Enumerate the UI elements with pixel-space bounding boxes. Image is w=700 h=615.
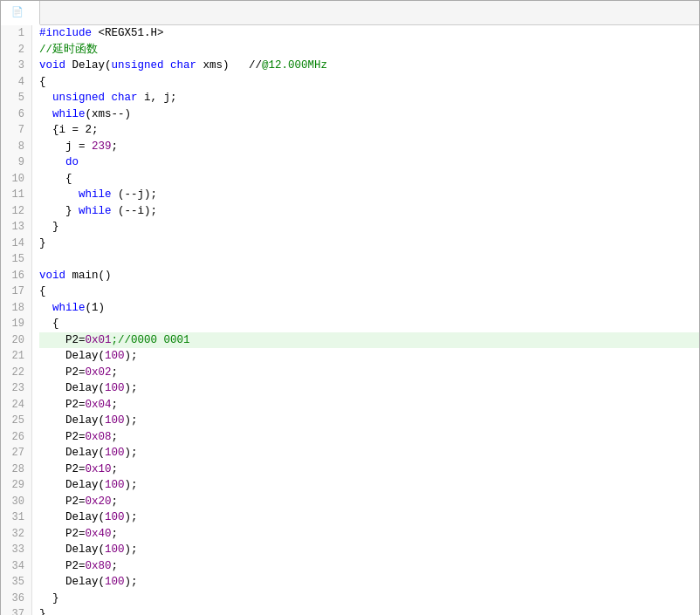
- code-line: P2=0x80;: [39, 558, 699, 575]
- line-number: 9: [8, 154, 24, 171]
- line-number: 21: [8, 348, 24, 365]
- line-number: 22: [8, 365, 24, 381]
- code-line: Delay(100);: [39, 574, 699, 591]
- code-content[interactable]: #include <REGX51.H>//延时函数void Delay(unsi…: [32, 25, 699, 615]
- line-number: 13: [8, 219, 24, 236]
- code-line: P2=0x01;//0000 0001: [39, 332, 699, 349]
- line-number: 27: [8, 445, 24, 461]
- line-number: 33: [8, 542, 24, 558]
- code-line: P2=0x08;: [39, 429, 699, 446]
- code-line: [39, 251, 699, 268]
- code-line: P2=0x04;: [39, 397, 699, 413]
- code-line: Delay(100);: [39, 477, 699, 494]
- code-line: Delay(100);: [39, 348, 699, 365]
- code-line: } while (--i);: [39, 203, 699, 220]
- line-number: 12: [8, 203, 24, 220]
- line-number: 7: [8, 122, 24, 139]
- code-line: {i = 2;: [39, 122, 699, 139]
- code-line: }: [39, 236, 699, 252]
- code-line: {: [39, 74, 699, 91]
- code-line: P2=0x40;: [39, 526, 699, 543]
- code-line: Delay(100);: [39, 542, 699, 558]
- line-number: 29: [8, 477, 24, 494]
- line-number: 5: [8, 90, 24, 106]
- line-number: 14: [8, 236, 24, 252]
- line-number: 24: [8, 397, 24, 413]
- line-number: 17: [8, 284, 24, 300]
- line-number: 19: [8, 316, 24, 332]
- code-line: }: [39, 219, 699, 236]
- code-line: #include <REGX51.H>: [39, 25, 699, 42]
- line-number: 36: [8, 591, 24, 607]
- line-number: 25: [8, 413, 24, 429]
- code-line: Delay(100);: [39, 380, 699, 397]
- line-number: 8: [8, 139, 24, 155]
- code-line: {: [39, 316, 699, 332]
- line-number: 28: [8, 461, 24, 478]
- line-number: 32: [8, 526, 24, 543]
- code-line: }: [39, 591, 699, 607]
- editor-area[interactable]: 1234567891011121314151617181920212223242…: [1, 25, 699, 615]
- line-number: 31: [8, 509, 24, 526]
- code-line: P2=0x20;: [39, 494, 699, 510]
- code-line: unsigned char i, j;: [39, 90, 699, 106]
- line-number: 1: [8, 25, 24, 42]
- code-line: while (--j);: [39, 187, 699, 203]
- line-number: 20: [8, 332, 24, 349]
- line-number: 2: [8, 42, 24, 58]
- line-number: 30: [8, 494, 24, 510]
- main-window: 📄 12345678910111213141516171819202122232…: [0, 0, 700, 615]
- code-line: P2=0x02;: [39, 365, 699, 381]
- code-line: void main(): [39, 268, 699, 284]
- line-number: 23: [8, 380, 24, 397]
- line-number: 35: [8, 574, 24, 591]
- line-numbers: 1234567891011121314151617181920212223242…: [1, 25, 32, 615]
- code-line: Delay(100);: [39, 413, 699, 429]
- line-number: 26: [8, 429, 24, 446]
- line-number: 11: [8, 187, 24, 203]
- code-line: P2=0x10;: [39, 461, 699, 478]
- line-number: 37: [8, 606, 24, 615]
- line-number: 10: [8, 171, 24, 188]
- title-bar: 📄: [1, 1, 699, 25]
- line-number: 16: [8, 268, 24, 284]
- code-line: //延时函数: [39, 42, 699, 58]
- code-line: j = 239;: [39, 139, 699, 155]
- code-line: Delay(100);: [39, 509, 699, 526]
- line-number: 15: [8, 251, 24, 268]
- code-line: do: [39, 154, 699, 171]
- line-number: 34: [8, 558, 24, 575]
- code-container: 1234567891011121314151617181920212223242…: [1, 25, 699, 615]
- code-line: void Delay(unsigned char xms) //@12.000M…: [39, 58, 699, 74]
- code-line: while(xms--): [39, 106, 699, 123]
- code-line: }: [39, 606, 699, 615]
- file-icon: 📄: [11, 6, 24, 17]
- line-number: 6: [8, 106, 24, 123]
- code-line: {: [39, 284, 699, 300]
- code-line: Delay(100);: [39, 445, 699, 461]
- line-number: 4: [8, 74, 24, 91]
- code-line: {: [39, 171, 699, 188]
- file-tab[interactable]: 📄: [1, 1, 40, 25]
- code-line: while(1): [39, 300, 699, 317]
- line-number: 18: [8, 300, 24, 317]
- line-number: 3: [8, 58, 24, 74]
